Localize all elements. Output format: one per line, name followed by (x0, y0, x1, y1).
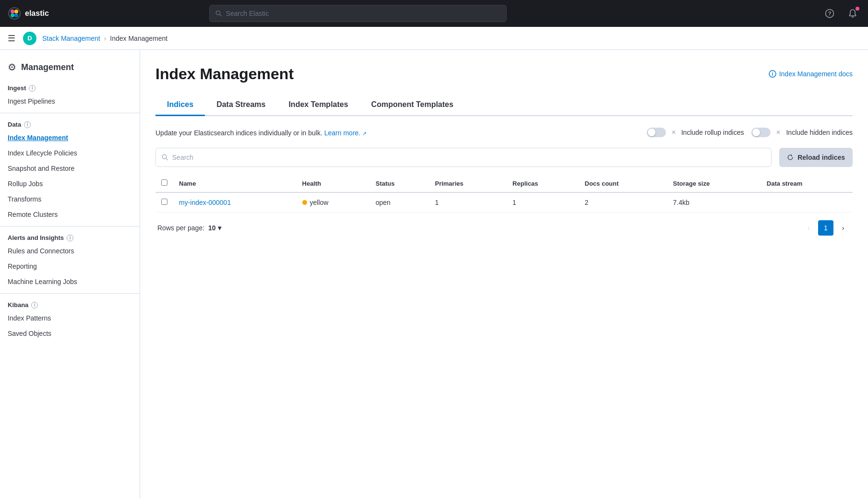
prev-page-button[interactable]: ‹ (801, 220, 816, 236)
tabs: Indices Data Streams Index Templates Com… (155, 95, 853, 116)
sidebar-item-machine-learning-jobs[interactable]: Machine Learning Jobs (0, 274, 140, 289)
toggle-group: ✕ Include rollup indices ✕ Include hidde… (647, 128, 853, 137)
elastic-logo[interactable]: elastic (8, 7, 49, 20)
index-name-link[interactable]: my-index-000001 (179, 199, 231, 206)
help-icon[interactable]: ? (822, 6, 837, 21)
svg-point-2 (14, 10, 18, 13)
sidebar-title: Management (21, 62, 74, 72)
sidebar-item-index-lifecycle-policies[interactable]: Index Lifecycle Policies (0, 145, 140, 161)
hidden-toggle-item: ✕ Include hidden indices (751, 128, 853, 137)
notifications-icon[interactable] (845, 6, 860, 21)
hidden-toggle-knob (752, 129, 760, 136)
info-banner: Update your Elasticsearch indices indivi… (155, 128, 853, 138)
sidebar-item-saved-objects[interactable]: Saved Objects (0, 326, 140, 341)
ingest-section-label: Ingest i (0, 81, 140, 94)
rollup-toggle-clear[interactable]: ✕ (670, 129, 678, 136)
hamburger-menu[interactable]: ☰ (8, 33, 15, 44)
sidebar-item-reporting[interactable]: Reporting (0, 259, 140, 274)
sidebar-item-transforms[interactable]: Transforms (0, 191, 140, 207)
row-replicas: 1 (507, 192, 579, 213)
col-data-stream: Data stream (761, 175, 853, 192)
search-input-field[interactable] (172, 154, 765, 161)
sidebar-item-index-management[interactable]: Index Management (0, 130, 140, 145)
sidebar-section-ingest: Ingest i Ingest Pipelines (0, 81, 140, 109)
nav-icons: ? (822, 6, 860, 21)
next-page-button[interactable]: › (835, 220, 851, 236)
divider-1 (0, 113, 140, 113)
sidebar: ⚙ Management Ingest i Ingest Pipelines D… (0, 50, 140, 499)
row-checkbox-cell (155, 192, 173, 213)
chevron-down-icon: ▾ (218, 224, 221, 232)
user-avatar[interactable]: D (23, 32, 36, 45)
row-health: yellow (297, 192, 370, 213)
hidden-toggle-label: Include hidden indices (786, 129, 853, 136)
select-all-checkbox[interactable] (161, 179, 167, 186)
data-info-icon[interactable]: i (24, 121, 31, 128)
svg-point-4 (14, 13, 18, 17)
main-content: Index Management i Index Management docs… (140, 50, 868, 499)
rollup-toggle-label: Include rollup indices (681, 129, 744, 136)
svg-point-1 (11, 10, 14, 13)
rows-per-page-label: Rows per page: (157, 224, 204, 232)
breadcrumb-stack-management[interactable]: Stack Management (42, 35, 100, 42)
row-checkbox[interactable] (161, 199, 167, 205)
search-input[interactable] (226, 10, 501, 17)
kibana-section-label: Kibana i (0, 297, 140, 310)
tab-indices[interactable]: Indices (155, 95, 205, 116)
alerts-info-icon[interactable]: i (67, 235, 73, 241)
rows-per-page-select[interactable]: 10 ▾ (208, 224, 221, 232)
row-docs-count: 2 (579, 192, 667, 213)
ingest-info-icon[interactable]: i (29, 85, 36, 92)
page-1-button[interactable]: 1 (818, 220, 833, 236)
col-docs-count: Docs count (579, 175, 667, 192)
row-data-stream (761, 192, 853, 213)
svg-point-3 (11, 13, 14, 17)
docs-link[interactable]: i Index Management docs (769, 70, 853, 78)
sidebar-section-kibana: Kibana i Index Patterns Saved Objects (0, 297, 140, 341)
svg-text:?: ? (828, 11, 832, 16)
page-title: Index Management (155, 65, 294, 83)
svg-point-0 (9, 8, 20, 19)
row-name: my-index-000001 (173, 192, 297, 213)
sidebar-item-snapshot-and-restore[interactable]: Snapshot and Restore (0, 161, 140, 176)
table-header-row: Name Health Status Primaries Replicas Do… (155, 175, 853, 192)
divider-3 (0, 293, 140, 294)
rows-per-page: Rows per page: 10 ▾ (157, 224, 221, 232)
top-navigation: elastic ? (0, 0, 868, 27)
tab-component-templates[interactable]: Component Templates (360, 95, 465, 116)
hidden-toggle-clear[interactable]: ✕ (774, 129, 782, 136)
page-header: Index Management i Index Management docs (155, 65, 853, 83)
health-dot (302, 200, 307, 205)
sidebar-section-data: Data i Index Management Index Lifecycle … (0, 117, 140, 222)
sidebar-item-index-patterns[interactable]: Index Patterns (0, 310, 140, 326)
breadcrumb-bar: ☰ D Stack Management › Index Management (0, 27, 868, 50)
rollup-toggle[interactable] (647, 128, 666, 137)
col-status: Status (370, 175, 429, 192)
search-icon (215, 10, 222, 17)
info-text: Update your Elasticsearch indices indivi… (155, 128, 367, 138)
external-link-icon: ↗ (362, 131, 367, 136)
reload-indices-button[interactable]: Reload indices (779, 148, 853, 167)
sidebar-item-ingest-pipelines[interactable]: Ingest Pipelines (0, 94, 140, 109)
hidden-toggle[interactable] (751, 128, 771, 137)
sidebar-header: ⚙ Management (0, 58, 140, 81)
col-storage-size: Storage size (667, 175, 761, 192)
reload-icon (787, 154, 794, 161)
rollup-toggle-knob (648, 129, 655, 136)
sidebar-section-alerts: Alerts and Insights i Rules and Connecto… (0, 230, 140, 289)
col-name: Name (173, 175, 297, 192)
search-input-wrap[interactable] (155, 148, 772, 167)
divider-2 (0, 226, 140, 226)
sidebar-item-remote-clusters[interactable]: Remote Clusters (0, 207, 140, 222)
global-search-bar[interactable] (209, 5, 507, 22)
table-row: my-index-000001 yellow open 1 1 2 7.4kb (155, 192, 853, 213)
indices-tbody: my-index-000001 yellow open 1 1 2 7.4kb (155, 192, 853, 213)
learn-more-link[interactable]: Learn more. ↗ (324, 129, 367, 137)
kibana-info-icon[interactable]: i (31, 302, 38, 309)
sidebar-item-rules-and-connectors[interactable]: Rules and Connectors (0, 243, 140, 259)
search-icon-table (162, 154, 168, 161)
sidebar-item-rollup-jobs[interactable]: Rollup Jobs (0, 176, 140, 191)
tab-data-streams[interactable]: Data Streams (205, 95, 277, 116)
rows-per-page-value: 10 (208, 224, 216, 232)
tab-index-templates[interactable]: Index Templates (277, 95, 359, 116)
